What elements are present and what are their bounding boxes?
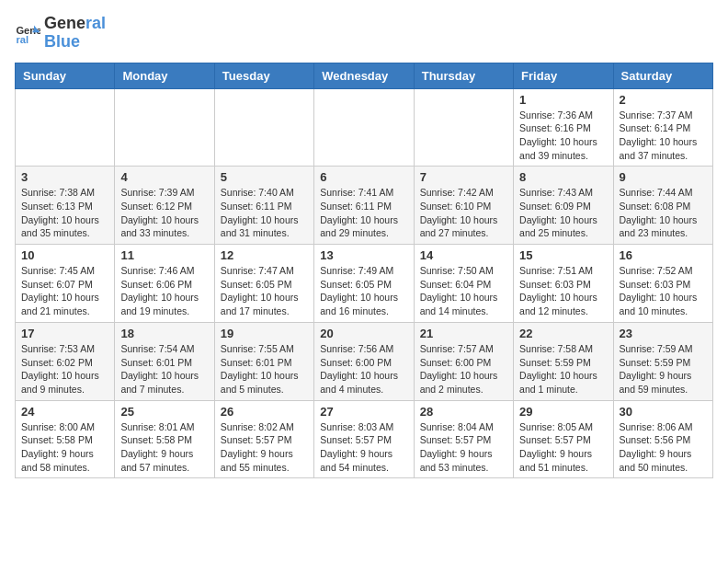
day-number: 22	[519, 327, 607, 340]
day-cell: 29Sunrise: 8:05 AM Sunset: 5:57 PM Dayli…	[514, 400, 613, 478]
day-cell: 27Sunrise: 8:03 AM Sunset: 5:57 PM Dayli…	[314, 400, 414, 478]
day-cell: 26Sunrise: 8:02 AM Sunset: 5:57 PM Dayli…	[214, 400, 313, 478]
day-cell: 19Sunrise: 7:55 AM Sunset: 6:01 PM Dayli…	[214, 322, 313, 400]
logo: Gene ral General Blue	[15, 15, 106, 52]
day-cell	[115, 88, 214, 167]
day-info: Sunrise: 7:59 AM Sunset: 5:59 PM Dayligh…	[620, 342, 707, 396]
day-info: Sunrise: 8:00 AM Sunset: 5:58 PM Dayligh…	[21, 420, 108, 475]
day-cell: 20Sunrise: 7:56 AM Sunset: 6:00 PM Dayli…	[314, 322, 414, 400]
day-cell: 25Sunrise: 8:01 AM Sunset: 5:58 PM Dayli…	[115, 400, 214, 478]
day-number: 18	[120, 327, 208, 340]
calendar-table: SundayMondayTuesdayWednesdayThursdayFrid…	[15, 63, 713, 479]
day-info: Sunrise: 7:53 AM Sunset: 6:02 PM Dayligh…	[21, 342, 108, 396]
day-number: 21	[420, 327, 507, 340]
day-number: 19	[221, 327, 308, 340]
day-cell: 2Sunrise: 7:37 AM Sunset: 6:14 PM Daylig…	[613, 88, 712, 167]
col-header-saturday: Saturday	[613, 63, 712, 88]
day-number: 20	[320, 327, 407, 340]
day-cell: 21Sunrise: 7:57 AM Sunset: 6:00 PM Dayli…	[414, 322, 513, 400]
day-cell: 7Sunrise: 7:42 AM Sunset: 6:10 PM Daylig…	[414, 167, 513, 245]
day-info: Sunrise: 8:06 AM Sunset: 5:56 PM Dayligh…	[620, 420, 707, 475]
col-header-tuesday: Tuesday	[214, 63, 313, 88]
day-number: 16	[620, 248, 707, 262]
day-info: Sunrise: 8:02 AM Sunset: 5:57 PM Dayligh…	[221, 420, 308, 475]
day-info: Sunrise: 8:04 AM Sunset: 5:57 PM Dayligh…	[420, 420, 507, 475]
day-cell: 15Sunrise: 7:51 AM Sunset: 6:03 PM Dayli…	[514, 245, 613, 323]
week-row-3: 10Sunrise: 7:45 AM Sunset: 6:07 PM Dayli…	[16, 245, 713, 323]
day-info: Sunrise: 7:45 AM Sunset: 6:07 PM Dayligh…	[21, 264, 108, 318]
day-cell: 23Sunrise: 7:59 AM Sunset: 5:59 PM Dayli…	[613, 322, 712, 400]
day-number: 10	[21, 248, 108, 262]
day-info: Sunrise: 7:43 AM Sunset: 6:09 PM Dayligh…	[519, 186, 607, 240]
day-cell	[414, 88, 513, 167]
day-cell: 8Sunrise: 7:43 AM Sunset: 6:09 PM Daylig…	[514, 167, 613, 245]
day-info: Sunrise: 7:36 AM Sunset: 6:16 PM Dayligh…	[519, 109, 607, 163]
day-number: 12	[221, 248, 308, 262]
day-info: Sunrise: 7:37 AM Sunset: 6:14 PM Dayligh…	[620, 109, 707, 163]
day-number: 5	[221, 170, 308, 184]
week-row-1: 1Sunrise: 7:36 AM Sunset: 6:16 PM Daylig…	[16, 88, 713, 167]
day-info: Sunrise: 8:03 AM Sunset: 5:57 PM Dayligh…	[320, 420, 407, 475]
day-cell: 16Sunrise: 7:52 AM Sunset: 6:03 PM Dayli…	[613, 245, 712, 323]
week-row-2: 3Sunrise: 7:38 AM Sunset: 6:13 PM Daylig…	[16, 167, 713, 245]
day-cell	[16, 88, 115, 167]
week-row-5: 24Sunrise: 8:00 AM Sunset: 5:58 PM Dayli…	[16, 400, 713, 478]
day-cell	[214, 88, 313, 167]
day-number: 8	[519, 170, 607, 184]
day-number: 25	[120, 405, 208, 419]
day-cell: 12Sunrise: 7:47 AM Sunset: 6:05 PM Dayli…	[214, 245, 313, 323]
day-number: 27	[320, 405, 407, 419]
day-info: Sunrise: 7:57 AM Sunset: 6:00 PM Dayligh…	[420, 342, 507, 396]
day-cell: 1Sunrise: 7:36 AM Sunset: 6:16 PM Daylig…	[514, 88, 613, 167]
page-header: Gene ral General Blue	[15, 15, 713, 52]
day-cell: 3Sunrise: 7:38 AM Sunset: 6:13 PM Daylig…	[16, 167, 115, 245]
day-number: 29	[519, 405, 607, 419]
day-info: Sunrise: 7:55 AM Sunset: 6:01 PM Dayligh…	[221, 342, 308, 396]
day-number: 24	[21, 405, 108, 419]
day-cell	[314, 88, 414, 167]
logo-text: General Blue	[44, 15, 106, 52]
day-number: 26	[221, 405, 308, 419]
day-number: 6	[320, 170, 407, 184]
day-info: Sunrise: 7:41 AM Sunset: 6:11 PM Dayligh…	[320, 186, 407, 240]
week-row-4: 17Sunrise: 7:53 AM Sunset: 6:02 PM Dayli…	[16, 322, 713, 400]
col-header-monday: Monday	[115, 63, 214, 88]
day-number: 15	[519, 248, 607, 262]
day-info: Sunrise: 7:42 AM Sunset: 6:10 PM Dayligh…	[420, 186, 507, 240]
day-number: 1	[519, 93, 607, 107]
day-number: 9	[620, 170, 707, 184]
day-info: Sunrise: 7:44 AM Sunset: 6:08 PM Dayligh…	[620, 186, 707, 240]
day-info: Sunrise: 7:52 AM Sunset: 6:03 PM Dayligh…	[620, 264, 707, 318]
day-info: Sunrise: 7:58 AM Sunset: 5:59 PM Dayligh…	[519, 342, 607, 396]
day-info: Sunrise: 7:40 AM Sunset: 6:11 PM Dayligh…	[221, 186, 308, 240]
day-info: Sunrise: 7:47 AM Sunset: 6:05 PM Dayligh…	[221, 264, 308, 318]
day-cell: 5Sunrise: 7:40 AM Sunset: 6:11 PM Daylig…	[214, 167, 313, 245]
day-info: Sunrise: 7:54 AM Sunset: 6:01 PM Dayligh…	[120, 342, 208, 396]
day-number: 17	[21, 327, 108, 340]
logo-icon: Gene ral	[15, 20, 40, 46]
day-cell: 11Sunrise: 7:46 AM Sunset: 6:06 PM Dayli…	[115, 245, 214, 323]
svg-rect-3	[33, 30, 40, 32]
day-info: Sunrise: 8:05 AM Sunset: 5:57 PM Dayligh…	[519, 420, 607, 475]
day-number: 11	[120, 248, 208, 262]
svg-text:ral: ral	[16, 34, 28, 45]
day-number: 2	[620, 93, 707, 107]
day-cell: 6Sunrise: 7:41 AM Sunset: 6:11 PM Daylig…	[314, 167, 414, 245]
col-header-thursday: Thursday	[414, 63, 513, 88]
day-number: 7	[420, 170, 507, 184]
day-cell: 28Sunrise: 8:04 AM Sunset: 5:57 PM Dayli…	[414, 400, 513, 478]
day-cell: 22Sunrise: 7:58 AM Sunset: 5:59 PM Dayli…	[514, 322, 613, 400]
day-number: 28	[420, 405, 507, 419]
day-info: Sunrise: 8:01 AM Sunset: 5:58 PM Dayligh…	[120, 420, 208, 475]
day-number: 13	[320, 248, 407, 262]
day-cell: 14Sunrise: 7:50 AM Sunset: 6:04 PM Dayli…	[414, 245, 513, 323]
day-info: Sunrise: 7:50 AM Sunset: 6:04 PM Dayligh…	[420, 264, 507, 318]
day-cell: 13Sunrise: 7:49 AM Sunset: 6:05 PM Dayli…	[314, 245, 414, 323]
day-cell: 17Sunrise: 7:53 AM Sunset: 6:02 PM Dayli…	[16, 322, 115, 400]
day-cell: 18Sunrise: 7:54 AM Sunset: 6:01 PM Dayli…	[115, 322, 214, 400]
day-cell: 4Sunrise: 7:39 AM Sunset: 6:12 PM Daylig…	[115, 167, 214, 245]
day-info: Sunrise: 7:56 AM Sunset: 6:00 PM Dayligh…	[320, 342, 407, 396]
day-info: Sunrise: 7:46 AM Sunset: 6:06 PM Dayligh…	[120, 264, 208, 318]
col-header-wednesday: Wednesday	[314, 63, 414, 88]
day-number: 3	[21, 170, 108, 184]
